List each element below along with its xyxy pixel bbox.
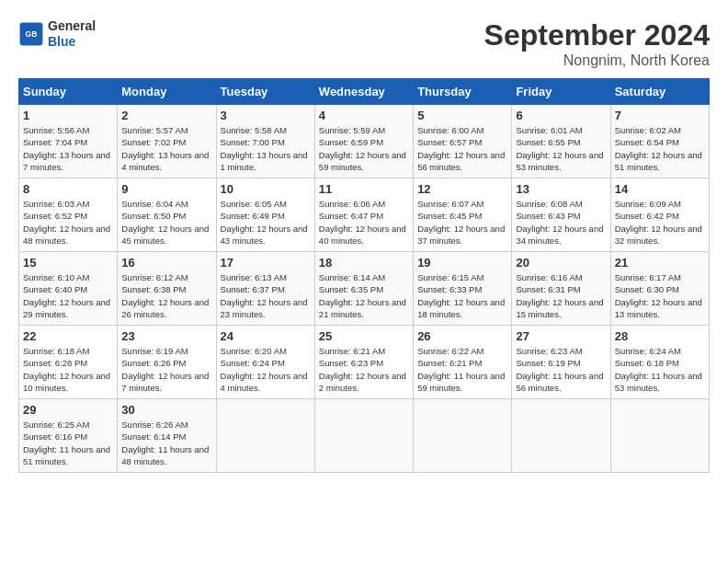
day-cell: 1 Sunrise: 5:56 AMSunset: 7:04 PMDayligh…: [19, 105, 118, 178]
day-cell: 4 Sunrise: 5:59 AMSunset: 6:59 PMDayligh…: [314, 105, 413, 178]
logo-text-line1: General: [48, 18, 96, 34]
day-cell: 2 Sunrise: 5:57 AMSunset: 7:02 PMDayligh…: [118, 105, 216, 178]
day-number: 25: [319, 329, 409, 343]
day-cell: 6 Sunrise: 6:01 AMSunset: 6:55 PMDayligh…: [512, 105, 610, 178]
location-title: Nongnim, North Korea: [484, 52, 710, 69]
day-info: Sunrise: 6:15 AMSunset: 6:33 PMDaylight:…: [417, 271, 507, 320]
day-cell: [314, 399, 413, 473]
day-number: 2: [121, 109, 211, 122]
day-info: Sunrise: 6:05 AMSunset: 6:49 PMDaylight:…: [221, 198, 311, 247]
day-number: 4: [319, 109, 409, 122]
day-info: Sunrise: 5:58 AMSunset: 7:00 PMDaylight:…: [221, 124, 311, 173]
day-number: 30: [121, 403, 211, 417]
logo-icon: GB: [18, 21, 44, 47]
logo-text-line2: Blue: [48, 34, 96, 50]
week-row-5: 29 Sunrise: 6:25 AMSunset: 6:16 PMDaylig…: [19, 399, 710, 473]
day-number: 29: [23, 403, 113, 417]
day-info: Sunrise: 6:12 AMSunset: 6:38 PMDaylight:…: [121, 271, 211, 320]
day-number: 23: [121, 329, 211, 343]
day-cell: 8 Sunrise: 6:03 AMSunset: 6:52 PMDayligh…: [19, 178, 118, 252]
day-number: 14: [615, 182, 705, 196]
day-info: Sunrise: 6:13 AMSunset: 6:37 PMDaylight:…: [221, 271, 311, 320]
day-cell: 21 Sunrise: 6:17 AMSunset: 6:30 PMDaylig…: [610, 252, 709, 326]
day-info: Sunrise: 6:19 AMSunset: 6:26 PMDaylight:…: [121, 345, 211, 394]
day-info: Sunrise: 6:07 AMSunset: 6:45 PMDaylight:…: [417, 198, 507, 247]
day-number: 19: [417, 256, 507, 270]
day-cell: 16 Sunrise: 6:12 AMSunset: 6:38 PMDaylig…: [118, 252, 216, 326]
day-cell: [216, 399, 314, 473]
day-cell: [512, 399, 610, 473]
day-cell: 10 Sunrise: 6:05 AMSunset: 6:49 PMDaylig…: [216, 178, 314, 252]
svg-text:GB: GB: [26, 29, 38, 39]
day-info: Sunrise: 6:01 AMSunset: 6:55 PMDaylight:…: [516, 124, 606, 173]
day-info: Sunrise: 6:21 AMSunset: 6:23 PMDaylight:…: [319, 345, 409, 394]
day-cell: 25 Sunrise: 6:21 AMSunset: 6:23 PMDaylig…: [314, 326, 413, 399]
day-cell: 13 Sunrise: 6:08 AMSunset: 6:43 PMDaylig…: [512, 178, 610, 252]
day-cell: 20 Sunrise: 6:16 AMSunset: 6:31 PMDaylig…: [512, 252, 610, 326]
day-cell: [414, 399, 512, 473]
calendar-table: SundayMondayTuesdayWednesdayThursdayFrid…: [18, 78, 710, 473]
day-cell: 3 Sunrise: 5:58 AMSunset: 7:00 PMDayligh…: [216, 105, 314, 178]
day-number: 1: [23, 109, 113, 122]
day-number: 24: [221, 329, 311, 343]
day-info: Sunrise: 6:26 AMSunset: 6:14 PMDaylight:…: [121, 419, 211, 467]
header-row: SundayMondayTuesdayWednesdayThursdayFrid…: [19, 79, 710, 105]
day-cell: 24 Sunrise: 6:20 AMSunset: 6:24 PMDaylig…: [216, 326, 314, 399]
day-cell: 26 Sunrise: 6:22 AMSunset: 6:21 PMDaylig…: [414, 326, 512, 399]
day-number: 21: [615, 256, 705, 270]
day-cell: 11 Sunrise: 6:06 AMSunset: 6:47 PMDaylig…: [314, 178, 413, 252]
day-cell: 28 Sunrise: 6:24 AMSunset: 6:18 PMDaylig…: [610, 326, 709, 399]
day-cell: 5 Sunrise: 6:00 AMSunset: 6:57 PMDayligh…: [414, 105, 512, 178]
day-cell: [610, 399, 709, 473]
day-number: 22: [23, 329, 113, 343]
day-number: 8: [23, 182, 113, 196]
day-info: Sunrise: 6:25 AMSunset: 6:16 PMDaylight:…: [23, 419, 113, 467]
day-info: Sunrise: 6:18 AMSunset: 6:28 PMDaylight:…: [23, 345, 113, 394]
week-row-2: 8 Sunrise: 6:03 AMSunset: 6:52 PMDayligh…: [19, 178, 710, 252]
col-header-thursday: Thursday: [414, 79, 512, 105]
day-cell: 18 Sunrise: 6:14 AMSunset: 6:35 PMDaylig…: [314, 252, 413, 326]
logo: GB General Blue: [18, 18, 96, 50]
month-title: September 2024: [484, 18, 710, 52]
day-number: 18: [319, 256, 409, 270]
day-number: 5: [417, 109, 507, 122]
day-cell: 17 Sunrise: 6:13 AMSunset: 6:37 PMDaylig…: [216, 252, 314, 326]
day-cell: 14 Sunrise: 6:09 AMSunset: 6:42 PMDaylig…: [610, 178, 709, 252]
col-header-friday: Friday: [512, 79, 610, 105]
day-cell: 29 Sunrise: 6:25 AMSunset: 6:16 PMDaylig…: [19, 399, 118, 473]
day-info: Sunrise: 5:59 AMSunset: 6:59 PMDaylight:…: [319, 124, 409, 173]
day-number: 17: [221, 256, 311, 270]
day-number: 10: [221, 182, 311, 196]
day-info: Sunrise: 6:23 AMSunset: 6:19 PMDaylight:…: [516, 345, 606, 394]
col-header-tuesday: Tuesday: [216, 79, 314, 105]
day-number: 13: [516, 182, 606, 196]
day-info: Sunrise: 6:16 AMSunset: 6:31 PMDaylight:…: [516, 271, 606, 320]
week-row-4: 22 Sunrise: 6:18 AMSunset: 6:28 PMDaylig…: [19, 326, 710, 399]
day-info: Sunrise: 6:10 AMSunset: 6:40 PMDaylight:…: [23, 271, 113, 320]
day-info: Sunrise: 6:00 AMSunset: 6:57 PMDaylight:…: [417, 124, 507, 173]
day-number: 28: [615, 329, 705, 343]
day-info: Sunrise: 5:56 AMSunset: 7:04 PMDaylight:…: [23, 124, 113, 173]
day-number: 16: [121, 256, 211, 270]
day-number: 11: [319, 182, 409, 196]
day-cell: 27 Sunrise: 6:23 AMSunset: 6:19 PMDaylig…: [512, 326, 610, 399]
page-header: GB General Blue September 2024 Nongnim, …: [18, 18, 710, 69]
day-cell: 7 Sunrise: 6:02 AMSunset: 6:54 PMDayligh…: [610, 105, 709, 178]
day-info: Sunrise: 6:03 AMSunset: 6:52 PMDaylight:…: [23, 198, 113, 247]
col-header-monday: Monday: [118, 79, 216, 105]
day-cell: 12 Sunrise: 6:07 AMSunset: 6:45 PMDaylig…: [414, 178, 512, 252]
day-info: Sunrise: 6:20 AMSunset: 6:24 PMDaylight:…: [221, 345, 311, 394]
day-cell: 30 Sunrise: 6:26 AMSunset: 6:14 PMDaylig…: [118, 399, 216, 473]
day-info: Sunrise: 6:09 AMSunset: 6:42 PMDaylight:…: [615, 198, 705, 247]
day-number: 3: [221, 109, 311, 122]
col-header-saturday: Saturday: [610, 79, 709, 105]
day-cell: 19 Sunrise: 6:15 AMSunset: 6:33 PMDaylig…: [414, 252, 512, 326]
day-number: 12: [417, 182, 507, 196]
day-info: Sunrise: 6:08 AMSunset: 6:43 PMDaylight:…: [516, 198, 606, 247]
day-number: 6: [516, 109, 606, 122]
day-info: Sunrise: 6:04 AMSunset: 6:50 PMDaylight:…: [121, 198, 211, 247]
title-section: September 2024 Nongnim, North Korea: [484, 18, 710, 69]
week-row-3: 15 Sunrise: 6:10 AMSunset: 6:40 PMDaylig…: [19, 252, 710, 326]
day-cell: 22 Sunrise: 6:18 AMSunset: 6:28 PMDaylig…: [19, 326, 118, 399]
col-header-sunday: Sunday: [19, 79, 118, 105]
